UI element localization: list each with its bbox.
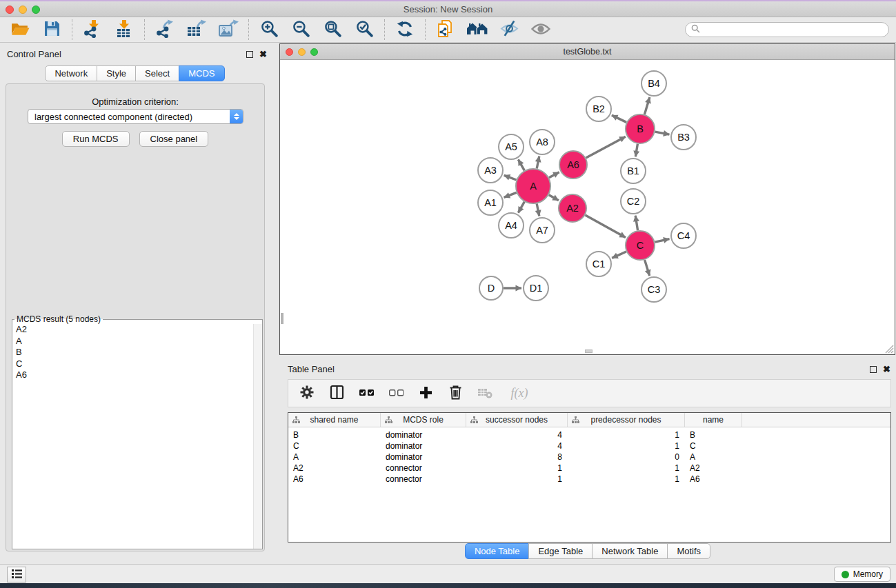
- tab-motifs[interactable]: Motifs: [667, 543, 710, 559]
- graph-node-C2[interactable]: C2: [621, 189, 646, 214]
- optimization-criterion-select[interactable]: largest connected component (directed): [28, 109, 243, 124]
- graph-node-A4[interactable]: A4: [499, 213, 524, 238]
- table-settings-button[interactable]: [298, 385, 316, 403]
- import-network-button[interactable]: [81, 19, 103, 41]
- float-panel-icon[interactable]: [246, 51, 253, 58]
- close-panel-icon[interactable]: ✖: [259, 49, 267, 59]
- graph-edge-A-A4[interactable]: [518, 202, 524, 213]
- graph-edge-A-A5[interactable]: [518, 159, 524, 170]
- graph-edge-A-A8[interactable]: [537, 156, 539, 169]
- vertical-scrollbar-thumb[interactable]: [281, 313, 283, 324]
- import-table-button[interactable]: [113, 19, 135, 41]
- tab-edge-table[interactable]: Edge Table: [528, 543, 593, 559]
- graph-edge-B-B3[interactable]: [655, 132, 670, 134]
- save-session-button[interactable]: [41, 19, 63, 41]
- table-row[interactable]: A dominator 8 0 A: [288, 452, 890, 463]
- graph-edge-A-A3[interactable]: [504, 175, 517, 180]
- tab-style[interactable]: Style: [97, 65, 136, 81]
- deselect-all-button[interactable]: [387, 385, 405, 403]
- network-window-titlebar[interactable]: testGlobe.txt: [280, 44, 895, 60]
- graph-edge-A-A7[interactable]: [537, 204, 539, 216]
- graph-node-D[interactable]: D: [479, 276, 503, 300]
- graph-edge-A-A6[interactable]: [549, 172, 559, 178]
- memory-button[interactable]: Memory: [834, 567, 890, 582]
- result-item[interactable]: A6: [12, 369, 252, 381]
- graph-node-C4[interactable]: C4: [671, 223, 696, 248]
- select-all-button[interactable]: [357, 385, 375, 403]
- graph-edge-C-C3[interactable]: [645, 260, 650, 276]
- home-button[interactable]: [466, 19, 488, 41]
- graph-node-B2[interactable]: B2: [586, 97, 611, 121]
- graph-node-A7[interactable]: A7: [530, 218, 555, 243]
- graph-edge-A2-C[interactable]: [585, 215, 626, 237]
- window-resize-grip[interactable]: [884, 343, 894, 354]
- column-header-shared-name[interactable]: shared name: [288, 413, 381, 427]
- column-layout-button[interactable]: [328, 385, 346, 403]
- show-view-button[interactable]: [530, 19, 552, 41]
- graph-edge-A6-B[interactable]: [586, 136, 626, 158]
- result-item[interactable]: A: [12, 336, 252, 347]
- graph-node-A6[interactable]: A6: [559, 151, 587, 179]
- graph-node-B1[interactable]: B1: [621, 159, 646, 183]
- result-item[interactable]: C: [12, 358, 252, 370]
- tab-mcds[interactable]: MCDS: [179, 65, 224, 81]
- task-history-button[interactable]: [7, 567, 26, 582]
- add-column-button[interactable]: [417, 385, 435, 403]
- graph-node-A[interactable]: A: [516, 169, 550, 203]
- zoom-fit-button[interactable]: [321, 19, 344, 41]
- network-graph[interactable]: B4B2BB3A5A8A6A3AB1A1A2C2A4A7C4CC1C3DD1: [280, 61, 894, 354]
- graph-node-A3[interactable]: A3: [478, 158, 503, 183]
- network-canvas[interactable]: B4B2BB3A5A8A6A3AB1A1A2C2A4A7C4CC1C3DD1: [280, 61, 895, 354]
- close-table-panel-icon[interactable]: ✖: [883, 364, 890, 374]
- graph-node-B[interactable]: B: [626, 114, 655, 143]
- graph-edge-B-B4[interactable]: [644, 97, 650, 114]
- graph-node-C1[interactable]: C1: [586, 252, 611, 276]
- table-row[interactable]: C dominator 4 1 C: [288, 440, 890, 452]
- zoom-selected-button[interactable]: [353, 19, 375, 41]
- graph-edge-B-B2[interactable]: [612, 115, 626, 122]
- run-mcds-button[interactable]: Run MCDS: [62, 131, 130, 147]
- search-input[interactable]: [704, 25, 883, 34]
- graph-edge-C-C1[interactable]: [612, 252, 626, 258]
- graph-node-D1[interactable]: D1: [524, 276, 548, 301]
- tab-network-table[interactable]: Network Table: [592, 543, 668, 559]
- result-item[interactable]: B: [12, 347, 252, 358]
- horizontal-scrollbar-thumb[interactable]: [585, 349, 593, 353]
- graph-edge-A-A1[interactable]: [504, 192, 517, 197]
- graph-node-A5[interactable]: A5: [499, 134, 524, 159]
- refresh-view-button[interactable]: [394, 19, 416, 41]
- column-header-successor-nodes[interactable]: successor nodes: [466, 413, 568, 427]
- table-row[interactable]: B dominator 4 1 B: [288, 429, 890, 440]
- graph-edge-C-C2[interactable]: [635, 216, 637, 231]
- graph-edge-A-A2[interactable]: [549, 195, 559, 201]
- delete-column-button[interactable]: [446, 385, 464, 403]
- graph-node-C3[interactable]: C3: [641, 277, 666, 302]
- table-row[interactable]: A2 connector 1 1 A2: [288, 463, 890, 474]
- graph-node-A2[interactable]: A2: [559, 194, 586, 222]
- graph-edge-C-C4[interactable]: [655, 239, 670, 243]
- hide-panels-button[interactable]: [498, 19, 520, 41]
- delete-table-button[interactable]: [476, 385, 494, 403]
- graph-node-A1[interactable]: A1: [478, 190, 503, 215]
- export-table-button[interactable]: [186, 19, 208, 41]
- graph-node-A8[interactable]: A8: [530, 130, 555, 154]
- close-panel-button[interactable]: Close panel: [139, 131, 209, 147]
- result-item[interactable]: A2: [12, 324, 252, 336]
- column-header-name[interactable]: name: [685, 413, 742, 427]
- duplicate-network-button[interactable]: [435, 19, 457, 41]
- result-scrollbar[interactable]: [253, 324, 262, 549]
- column-header-mcds-role[interactable]: MCDS role: [381, 413, 466, 427]
- toolbar-search[interactable]: [685, 22, 889, 37]
- export-network-button[interactable]: [154, 19, 176, 41]
- graph-node-B3[interactable]: B3: [671, 125, 696, 150]
- tab-node-table[interactable]: Node Table: [465, 543, 530, 559]
- column-header-predecessor-nodes[interactable]: predecessor nodes: [568, 413, 685, 427]
- graph-edge-B-B1[interactable]: [635, 144, 637, 157]
- open-session-button[interactable]: [9, 19, 31, 41]
- graph-node-C[interactable]: C: [626, 231, 655, 260]
- zoom-in-button[interactable]: [258, 19, 280, 41]
- export-image-button[interactable]: [217, 19, 239, 41]
- graph-node-B4[interactable]: B4: [641, 71, 666, 96]
- tab-select[interactable]: Select: [135, 65, 179, 81]
- tab-network[interactable]: Network: [45, 65, 97, 81]
